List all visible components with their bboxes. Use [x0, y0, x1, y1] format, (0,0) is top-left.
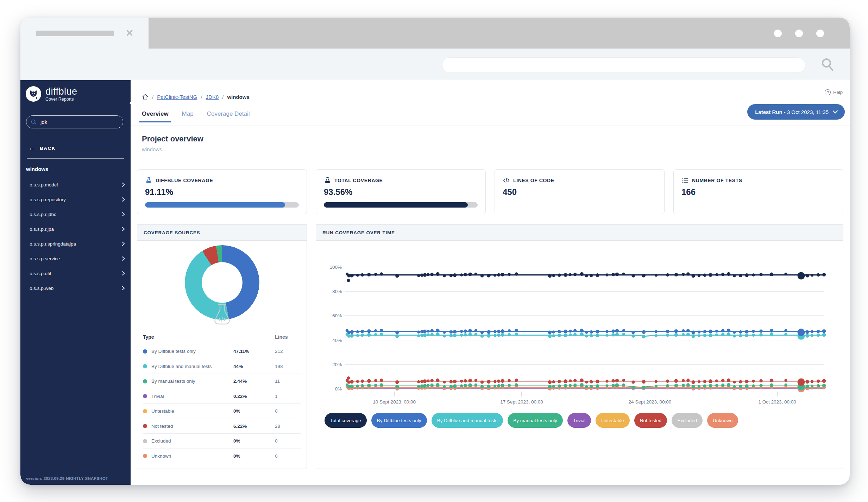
data-point [374, 329, 377, 332]
help-button[interactable]: ? Help [825, 89, 843, 95]
data-point [727, 383, 730, 387]
legend-pill-excluded[interactable]: Excluded [672, 413, 703, 428]
data-point [596, 384, 599, 388]
data-point [596, 333, 599, 337]
data-point [395, 330, 399, 334]
data-point [436, 332, 439, 336]
data-point [692, 330, 695, 334]
chevron-right-icon [121, 182, 126, 187]
legend-pill-untestable[interactable]: Untestable [596, 413, 630, 428]
sidebar-item-o-s-s-p-r-jdbc[interactable]: o.s.s.p.r.jdbc [20, 207, 131, 222]
stat-card-number-of-tests: NUMBER OF TESTS166 [673, 169, 843, 214]
tab-coverage-detail[interactable]: Coverage Detail [207, 110, 250, 122]
sidebar-item-label: o.s.s.p.repository [30, 197, 121, 202]
data-point [622, 329, 625, 332]
data-point [573, 379, 577, 382]
legend-pill-total-coverage[interactable]: Total coverage [325, 413, 367, 428]
breadcrumb-link-PetClinic-TestNG[interactable]: PetClinic-TestNG [157, 94, 197, 100]
legend-pill-trivial[interactable]: Trivial [567, 413, 591, 428]
data-point [569, 333, 572, 336]
data-point [682, 333, 685, 336]
data-point [468, 333, 472, 336]
data-point [759, 379, 762, 382]
stat-card-total-coverage: TOTAL COVERAGE93.56% [316, 169, 486, 214]
legend-pill-by-diffblue-and-manual-tests[interactable]: By Diffblue and manual tests [432, 413, 503, 428]
data-point [350, 274, 353, 277]
tab-close-icon[interactable]: ✕ [122, 25, 137, 41]
legend-pill-by-diffblue-tests-only[interactable]: By Diffblue tests only [371, 413, 427, 428]
data-point [474, 379, 477, 382]
chevron-right-icon [121, 256, 126, 261]
window-control-dot[interactable] [774, 30, 782, 37]
highlight-point [798, 272, 805, 280]
data-point [666, 333, 669, 337]
latest-run-dropdown[interactable]: Latest Run - 3 Oct 2023, 11:35 [747, 104, 845, 120]
data-point [350, 385, 353, 388]
browser-tab[interactable]: ✕ [20, 18, 149, 49]
data-point [464, 379, 467, 382]
sidebar-item-o-s-s-p-service[interactable]: o.s.s.p.service [20, 251, 131, 266]
back-button[interactable]: ← BACK [28, 144, 56, 152]
data-point [395, 380, 399, 384]
window-control-dot[interactable] [795, 30, 803, 37]
legend-pill-by-manual-tests-only[interactable]: By manual tests only [508, 413, 563, 428]
data-point [558, 330, 561, 333]
data-point [497, 384, 500, 387]
data-point [493, 385, 496, 387]
data-point [590, 274, 593, 277]
url-bar[interactable] [442, 57, 805, 73]
table-row: Not tested6.22%28 [143, 419, 301, 434]
panels: COVERAGE SOURCES Typ [137, 224, 843, 469]
tabs-divider [131, 126, 850, 126]
data-point [449, 330, 453, 333]
data-point [501, 273, 504, 276]
row-lines: 0 [275, 438, 301, 444]
data-point [443, 381, 446, 383]
row-lines: 28 [275, 424, 301, 429]
sidebar-item-o-s-s-p-model[interactable]: o.s.s.p.model [20, 177, 131, 192]
sidebar-item-o-s-s-p-r-jpa[interactable]: o.s.s.p.r.jpa [20, 222, 131, 236]
sidebar-item-o-s-s-p-r-springdatajpa[interactable]: o.s.s.p.r.springdatajpa [20, 236, 131, 251]
breadcrumb-link-JDK8[interactable]: JDK8 [206, 94, 219, 100]
data-point [655, 274, 658, 277]
data-point [811, 274, 813, 277]
legend-pill-unknown[interactable]: Unknown [707, 413, 738, 428]
sidebar-item-o-s-s-p-web[interactable]: o.s.s.p.web [20, 281, 131, 296]
sidebar-item-o-s-s-p-util[interactable]: o.s.s.p.util [20, 266, 131, 281]
data-point [548, 385, 552, 388]
data-point [347, 376, 350, 380]
sidebar-divider [27, 158, 124, 159]
data-point [682, 379, 685, 382]
data-point [615, 333, 619, 336]
stat-card-value: 450 [503, 187, 656, 197]
tab-map[interactable]: Map [182, 110, 194, 122]
data-point [611, 379, 615, 382]
legend-pill-not-tested[interactable]: Not tested [634, 413, 667, 428]
table-row: By Diffblue tests only47.11%212 [143, 344, 301, 359]
stat-card-value: 166 [681, 187, 835, 197]
data-point [548, 330, 552, 334]
data-point [548, 274, 552, 278]
stat-card-label: DIFFBLUE COVERAGE [156, 178, 213, 183]
data-point [380, 329, 383, 332]
data-point [453, 384, 457, 388]
row-label: Trivial [151, 394, 233, 399]
data-point [460, 330, 463, 333]
data-point [784, 379, 787, 382]
latest-run-date: - 3 Oct 2023, 11:35 [784, 109, 829, 115]
tab-overview[interactable]: Overview [142, 110, 169, 122]
sidebar-search-input[interactable] [40, 119, 111, 125]
browser-search-icon[interactable] [819, 56, 836, 72]
window-control-dot[interactable] [816, 30, 824, 37]
data-point [480, 331, 484, 334]
data-point [642, 380, 646, 383]
home-icon[interactable] [142, 94, 149, 100]
sidebar-item-o-s-s-p-repository[interactable]: o.s.s.p.repository [20, 192, 131, 207]
data-point [622, 383, 625, 386]
sidebar-search[interactable] [26, 115, 123, 128]
data-point [580, 329, 584, 332]
chevron-right-icon [121, 227, 126, 231]
data-point [464, 330, 467, 333]
data-point [805, 334, 809, 337]
data-point [515, 272, 518, 275]
